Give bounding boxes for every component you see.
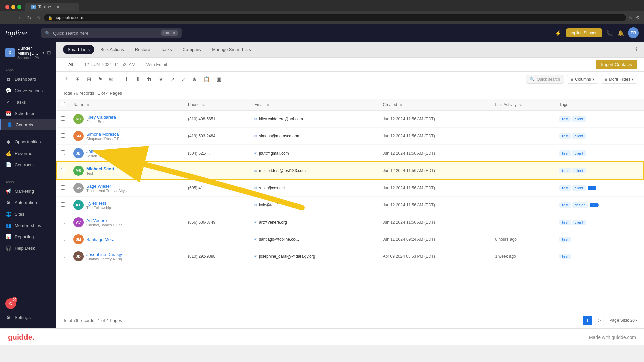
sidebar-item-conversations[interactable]: 💬 Conversations	[0, 85, 56, 96]
tag-badge[interactable]: client	[572, 133, 586, 139]
table-row[interactable]: SM Simona Morasca Chapman, Ross E Esq (4…	[57, 128, 644, 145]
sidebar-item-sites[interactable]: 🌐 Sites	[0, 208, 56, 220]
contact-name-link[interactable]: Michael Scott	[86, 166, 114, 171]
tag-badge[interactable]: design	[572, 202, 588, 208]
grid-button[interactable]: ⊟	[85, 75, 93, 84]
row-checkbox[interactable]	[61, 133, 65, 138]
tab-all[interactable]: All	[63, 59, 78, 70]
contact-name-link[interactable]: Sage Wieser	[86, 184, 127, 189]
delete-button[interactable]: 🗑	[145, 75, 154, 84]
tag-badge[interactable]: test	[559, 220, 571, 225]
table-row[interactable]: KC Kiley Caldarera Feiner Bros (310) 498…	[57, 110, 644, 128]
select-all-checkbox[interactable]	[61, 102, 65, 106]
tag-badge[interactable]: test	[559, 133, 571, 139]
smartlists-button[interactable]: Smart Lists	[63, 45, 94, 54]
sidebar-item-settings[interactable]: ⚙ Settings	[0, 312, 56, 323]
last-activity-column-header[interactable]: Last Activity ⇅	[491, 99, 556, 110]
row-checkbox[interactable]	[61, 254, 65, 258]
export-button[interactable]: ↗	[168, 75, 176, 84]
contact-name-link[interactable]: Santiago Mora	[86, 237, 115, 242]
tag-more-badge[interactable]: +2	[590, 203, 599, 207]
workspace-selector[interactable]: D Dunder Mifflin [D... Scranton, PA ▾ ⊟	[0, 42, 56, 64]
row-checkbox[interactable]	[61, 150, 65, 155]
filter-button[interactable]: ⊞	[73, 75, 82, 84]
grammarly-badge[interactable]: G 22	[0, 296, 56, 312]
tag-badge[interactable]: test	[559, 150, 571, 156]
download-button[interactable]: ⬇	[133, 75, 142, 84]
row-checkbox[interactable]	[61, 185, 65, 190]
global-search[interactable]: 🔍 Quick search here Ctrl + K	[41, 28, 182, 38]
user-avatar[interactable]: ER	[628, 27, 639, 38]
reload-button[interactable]: ↻	[25, 14, 33, 22]
created-column-header[interactable]: Created ⇅	[379, 99, 491, 110]
table-row[interactable]: JD Josephine Darakjy Chanay, Jeffrey A E…	[57, 248, 644, 265]
bulk-actions-button[interactable]: Bulk Actions	[96, 45, 129, 54]
tag-badge[interactable]: test	[559, 237, 571, 242]
row-checkbox[interactable]	[61, 220, 65, 224]
tag-badge[interactable]: test	[559, 168, 571, 173]
phone-column-header[interactable]: Phone ⇅	[184, 99, 250, 110]
flag-button[interactable]: ⚑	[96, 75, 104, 84]
contact-name-link[interactable]: Art Venere	[86, 218, 122, 223]
sidebar-item-contracts[interactable]: 📄 Contracts	[0, 159, 56, 170]
sidebar-item-dashboard[interactable]: ▦ Dashboard	[0, 73, 56, 85]
manage-smartlists-button[interactable]: Manage Smart Lists	[207, 45, 256, 54]
company-button[interactable]: Company	[178, 45, 206, 54]
sidebar-item-revenue[interactable]: 💰 Revenue	[0, 147, 56, 159]
page-size-chevron[interactable]: ▾	[635, 318, 637, 323]
support-button[interactable]: topline Support	[566, 28, 602, 37]
row-checkbox[interactable]	[61, 168, 65, 172]
tag-badge[interactable]: client	[572, 116, 586, 122]
columns-button[interactable]: ⊞ Columns ▾	[567, 75, 598, 84]
merge-button[interactable]: ⊕	[190, 75, 199, 84]
import-button[interactable]: ↙	[179, 75, 187, 84]
sidebar-item-contacts[interactable]: 👤 Contacts	[0, 119, 56, 130]
email-column-header[interactable]: Email ⇅	[250, 99, 379, 110]
tag-badge[interactable]: test	[559, 185, 571, 191]
frame-button[interactable]: ▣	[215, 75, 224, 84]
contact-name-link[interactable]: James Butt	[86, 149, 115, 154]
row-checkbox[interactable]	[61, 116, 65, 121]
contact-name-link[interactable]: Kiley Caldarera	[86, 115, 116, 120]
extensions-icon[interactable]: ⚙	[636, 15, 640, 20]
table-row[interactable]: KT Kyles Test The Fellowship ✉kyle@test1…	[57, 197, 644, 214]
add-contact-button[interactable]: +	[63, 74, 71, 84]
back-button[interactable]: ←	[4, 14, 12, 21]
tab-june[interactable]: 12_JUN_2024_11_52_AM	[78, 59, 141, 70]
tasks-button[interactable]: Tasks	[156, 45, 176, 54]
notifications-button[interactable]: 🔔	[617, 30, 624, 36]
tag-badge[interactable]: test	[559, 116, 571, 122]
table-row[interactable]: AV Art Venere Chemel, James L Cpa (856) …	[57, 214, 644, 231]
sidebar-item-marketing[interactable]: 📢 Marketing	[0, 185, 56, 197]
phone-button[interactable]: 📞	[606, 30, 613, 36]
page-size[interactable]: Page Size: 20	[609, 318, 635, 323]
tag-badge[interactable]: test	[559, 254, 571, 259]
tag-badge[interactable]: client	[572, 185, 586, 191]
lightning-icon[interactable]: ⚡	[555, 30, 562, 36]
tag-badge[interactable]: client	[572, 168, 586, 173]
import-contacts-button[interactable]: Import Contacts	[596, 60, 637, 69]
contact-name-link[interactable]: Josephine Darakjy	[86, 252, 122, 257]
more-filters-button[interactable]: ⊟ More Filters ▾	[601, 75, 637, 84]
sidebar-item-tasks[interactable]: ✓ Tasks	[0, 96, 56, 108]
tag-badge[interactable]: client	[572, 150, 586, 156]
table-row[interactable]: SW Sage Wieser Truhlar And Truhlar Attys…	[57, 179, 644, 197]
row-checkbox[interactable]	[61, 202, 65, 207]
info-button[interactable]: ℹ	[635, 46, 637, 53]
report-button[interactable]: 📋	[201, 75, 212, 84]
sidebar-collapse-button[interactable]: ⊟	[47, 50, 51, 55]
email-button[interactable]: ✉	[107, 75, 115, 84]
row-checkbox[interactable]	[61, 237, 65, 241]
star-button[interactable]: ★	[157, 75, 165, 84]
tag-more-badge[interactable]: +1	[588, 186, 597, 190]
tag-badge[interactable]: client	[572, 220, 586, 225]
sidebar-item-helpdesk[interactable]: 🎧 Help Desk	[0, 242, 56, 254]
table-row[interactable]: JB James Butt Berton, John B Jr (504) 62…	[57, 145, 644, 162]
page-next-button[interactable]: >	[595, 316, 604, 325]
sidebar-item-scheduler[interactable]: 📅 Scheduler	[0, 108, 56, 119]
tab-with-email[interactable]: With Email	[141, 59, 172, 70]
restore-button[interactable]: Restore	[130, 45, 155, 54]
upload-button[interactable]: ⬆	[122, 75, 131, 84]
sidebar-item-reporting[interactable]: 📊 Reporting	[0, 231, 56, 242]
bookmark-icon[interactable]: ☆	[629, 15, 633, 20]
